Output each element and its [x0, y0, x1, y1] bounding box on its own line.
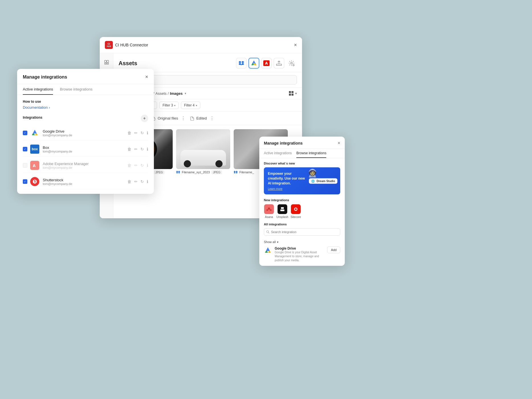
integration-item-adobe: Adobe Experience Manager tom@mycompany.d…: [23, 158, 148, 173]
new-int-sitecore[interactable]: Sitecore: [291, 204, 301, 219]
dropbox-service-btn[interactable]: [236, 58, 247, 69]
svg-rect-20: [280, 209, 284, 211]
sidebar-pages-icon[interactable]: [102, 58, 111, 67]
folder-original-files[interactable]: Original files ⋮: [149, 114, 188, 122]
gdrive-checkbox[interactable]: [23, 131, 27, 135]
breadcrumb-assets[interactable]: Assets: [156, 91, 167, 96]
manage-integrations-window: Manage integrations × Active integration…: [17, 69, 154, 194]
svg-point-17: [266, 209, 268, 211]
unsplash-label: Unsplash: [276, 215, 288, 219]
browse-tab-browse[interactable]: Browse integrations: [296, 149, 326, 158]
box-edit-icon[interactable]: ✏: [134, 147, 138, 151]
add-gdrive-button[interactable]: Add: [327, 246, 340, 253]
filter-3-btn[interactable]: Filter 3 ▾: [159, 102, 179, 109]
new-int-asana[interactable]: Asana: [264, 204, 274, 219]
image-type-2: JPEG: [211, 170, 222, 174]
adobe-name: Adobe Experience Manager: [43, 162, 127, 166]
adobe-checkbox[interactable]: [23, 163, 27, 168]
shutterstock-refresh-icon[interactable]: ↻: [140, 179, 144, 184]
folder-original-more-icon[interactable]: ⋮: [181, 116, 186, 121]
gdrive-service-btn[interactable]: [248, 58, 259, 69]
shutterstock-info-icon[interactable]: ℹ: [147, 179, 148, 184]
svg-point-8: [291, 62, 292, 64]
breadcrumb-dropdown-icon[interactable]: ▾: [185, 92, 186, 95]
svg-rect-1: [107, 60, 109, 63]
documentation-link[interactable]: Documentation ›: [23, 105, 148, 110]
adobe-refresh-icon[interactable]: ↻: [140, 163, 144, 168]
box-name: Box: [43, 145, 127, 150]
new-integrations-label: New integrations: [264, 198, 340, 202]
search-integration-input[interactable]: [264, 228, 340, 236]
adobe-edit-icon[interactable]: ✏: [134, 163, 138, 168]
promo-learn-link[interactable]: Learn more: [268, 187, 336, 190]
gdrive-actions: 🗑 ✏ ↻ ℹ: [127, 131, 148, 135]
svg-rect-11: [289, 91, 291, 93]
gdrive-info-icon[interactable]: ℹ: [147, 131, 148, 135]
promo-banner: Empower your creativity. Use our new AI …: [264, 167, 340, 194]
folder-edited[interactable]: Edited ⋮: [188, 114, 217, 122]
show-all-arrow-icon: ▾: [277, 240, 278, 244]
box-refresh-icon[interactable]: ↻: [140, 147, 144, 151]
browse-tab-active[interactable]: Active integrations: [264, 149, 292, 158]
adobe-actions: 🗑 ✏ ↻ ℹ: [127, 163, 148, 168]
image-filename-2: Filename_xyz_2023: [182, 170, 210, 174]
add-integration-button[interactable]: +: [141, 115, 148, 122]
assets-title: Assets: [119, 60, 137, 67]
shutterstock-edit-icon[interactable]: ✏: [134, 179, 138, 184]
svg-rect-19: [281, 207, 284, 209]
asana-logo: [264, 204, 274, 214]
gdrive-email: tom@mycompany.de: [43, 133, 127, 137]
adobe-service-btn[interactable]: [261, 58, 272, 69]
doc-link-text: Documentation: [23, 105, 48, 110]
svg-rect-13: [289, 94, 291, 96]
box-info-icon[interactable]: ℹ: [147, 147, 148, 151]
adobe-logo: [30, 161, 39, 170]
browse-close-button[interactable]: ×: [338, 141, 340, 146]
integration-list: Google Drive tom@mycompany.de 🗑 ✏ ↻ ℹ bo…: [23, 126, 148, 189]
svg-point-18: [270, 209, 272, 211]
svg-point-16: [268, 207, 270, 210]
new-int-unsplash[interactable]: Unsplash: [276, 204, 288, 219]
browse-window-title: Manage integrations: [264, 141, 303, 145]
image-card-2[interactable]: Filename_xyz_2023 JPEG: [176, 129, 230, 174]
gdrive-refresh-icon[interactable]: ↻: [140, 131, 144, 135]
view-toggle-btn[interactable]: ▾: [288, 91, 297, 96]
new-integrations-row: Asana Unsplash: [264, 204, 340, 219]
breadcrumb-images[interactable]: Images: [170, 91, 183, 96]
main-window-title: CI HUB Connector: [115, 43, 148, 47]
show-all-row[interactable]: Show all ▾: [264, 240, 340, 244]
adobe-delete-icon[interactable]: 🗑: [127, 163, 131, 168]
settings-btn[interactable]: ⚙: [286, 58, 297, 69]
box-actions: 🗑 ✏ ↻ ℹ: [127, 147, 148, 151]
manage-close-button[interactable]: ×: [145, 74, 148, 80]
shutterstock-actions: 🗑 ✏ ↻ ℹ: [127, 179, 148, 184]
adobe-info-icon[interactable]: ℹ: [147, 163, 148, 168]
doc-link-arrow-icon: ›: [49, 106, 50, 110]
svg-rect-14: [292, 94, 293, 96]
breadcrumb-sep-4: /: [168, 91, 169, 96]
view-toggle-arrow: ▾: [295, 92, 297, 95]
tab-active-integrations[interactable]: Active integrations: [23, 84, 53, 95]
svg-point-23: [267, 231, 269, 233]
shutterstock-delete-icon[interactable]: 🗑: [127, 179, 131, 184]
gdrive-int-desc: Google Drive is your Digital Asset Manag…: [275, 250, 324, 262]
service-icons-row: ⚙: [236, 58, 297, 69]
gdrive-delete-icon[interactable]: 🗑: [127, 131, 131, 135]
gdrive-edit-icon[interactable]: ✏: [134, 131, 138, 135]
browse-body: Discover what´s new Empower your creativ…: [259, 158, 345, 266]
box-delete-icon[interactable]: 🗑: [127, 147, 131, 151]
box-checkbox[interactable]: [23, 147, 27, 151]
folder-original-label: Original files: [158, 116, 178, 120]
dropbox-icon-2: [176, 170, 180, 174]
discover-label: Discover what´s new: [264, 162, 340, 165]
browse-titlebar: Manage integrations ×: [259, 137, 345, 149]
folder-edited-more-icon[interactable]: ⋮: [210, 116, 214, 121]
shutterstock-checkbox[interactable]: [23, 179, 27, 184]
filter-4-btn[interactable]: Filter 4 ▾: [181, 102, 200, 109]
main-close-button[interactable]: ×: [294, 42, 297, 48]
sitecore-label: Sitecore: [291, 215, 301, 219]
manage-titlebar: Manage integrations ×: [17, 69, 154, 84]
tab-browse-integrations[interactable]: Browse integrations: [60, 84, 92, 95]
upload-service-btn[interactable]: [274, 58, 284, 69]
box-email: tom@mycompany.de: [43, 150, 127, 153]
